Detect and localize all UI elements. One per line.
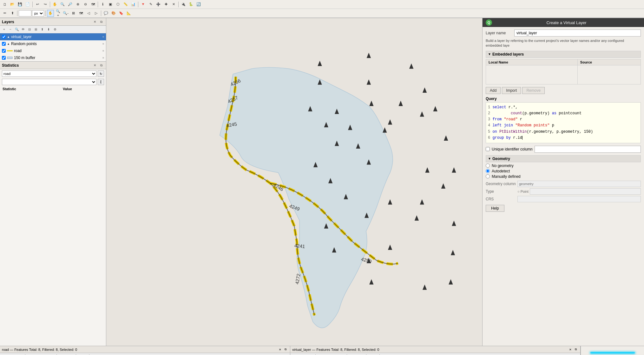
manually-defined-radio[interactable] <box>486 174 490 178</box>
draw-bookmark-btn[interactable]: 📐 <box>125 10 132 17</box>
remove-layer-btn[interactable]: − <box>8 27 13 32</box>
layer-visible-random[interactable] <box>2 42 6 46</box>
geometry-section-header[interactable]: ▼ Geometry <box>486 155 641 162</box>
crs-input[interactable] <box>517 196 641 202</box>
geometry-column-input[interactable] <box>517 181 641 187</box>
digitize-btn[interactable]: ✏ <box>1 10 8 17</box>
zoom-extent-btn[interactable]: 🗺 <box>77 10 84 17</box>
zoom-full-btn[interactable]: 🗺 <box>89 1 96 8</box>
add-layer-btn[interactable]: + <box>1 27 7 32</box>
pan-map-btn[interactable]: ✋ <box>47 10 54 17</box>
virtual-cut-btn[interactable]: ✂ <box>328 354 334 355</box>
virtual-select-all-btn[interactable]: ▣ <box>348 354 353 355</box>
toggle-visibility-btn[interactable]: 👁 <box>20 27 26 32</box>
virtual-zoom-btn[interactable]: 🎯 <box>380 354 386 355</box>
road-attr-close-btn[interactable]: ✕ <box>278 347 283 352</box>
measure-btn[interactable]: 📏 <box>122 1 129 8</box>
stats-close-btn[interactable]: ✕ <box>92 63 98 68</box>
plugins-btn[interactable]: 🔌 <box>180 1 187 8</box>
virtual-paste-btn[interactable]: 📌 <box>340 354 346 355</box>
zoom-prev-btn[interactable]: ◁ <box>85 10 92 17</box>
zoom-in-btn[interactable]: 🔍 <box>59 1 66 8</box>
road-zoom-btn[interactable]: 🎯 <box>90 354 96 355</box>
embedded-layers-header[interactable]: ▼ Embedded layers <box>486 51 641 58</box>
road-attr-float-btn[interactable]: ⧉ <box>283 347 288 352</box>
zoom-selection-btn[interactable]: ⊖ <box>82 1 89 8</box>
virtual-filter-btn[interactable]: 🔻 <box>367 354 373 355</box>
move-btn[interactable]: ⬆ <box>9 10 16 17</box>
delete-feature-btn[interactable]: ✕ <box>170 1 177 8</box>
import-btn[interactable]: Import <box>502 87 521 94</box>
add-feature-btn[interactable]: ➕ <box>155 1 162 8</box>
zoom-layer-map-btn[interactable]: ⊠ <box>70 10 77 17</box>
stats-field-select[interactable] <box>2 79 96 85</box>
map-tips-btn[interactable]: 💬 <box>102 10 109 17</box>
road-add-row-btn[interactable]: + <box>26 354 32 355</box>
road-refresh-btn[interactable]: 🔄 <box>19 354 24 355</box>
road-cut-btn[interactable]: ✂ <box>38 354 44 355</box>
zoom-layer-btn[interactable]: ⊕ <box>74 1 81 8</box>
virtual-invert-sel-btn[interactable]: ⬡ <box>354 354 359 355</box>
road-del-row-btn[interactable]: − <box>32 354 38 355</box>
layer-item-virtual[interactable]: ▲ virtual_layer ≡ <box>0 33 106 40</box>
layer-settings-btn[interactable]: ⚙ <box>52 27 58 32</box>
redo-btn[interactable]: ↪ <box>42 1 49 8</box>
zoom-next-btn[interactable]: ▷ <box>93 10 100 17</box>
spatial-bookmark-btn[interactable]: 🔖 <box>118 10 125 17</box>
layer-item-buffer[interactable]: 150 m buffer ≡ <box>0 54 106 61</box>
virtual-attr-close-btn[interactable]: ✕ <box>568 347 573 352</box>
layer-item-road[interactable]: road ≡ <box>0 47 106 54</box>
new-project-btn[interactable]: 🗋 <box>1 1 8 8</box>
virtual-refresh-btn[interactable]: 🔄 <box>309 354 315 355</box>
layer-toggle-virtual[interactable]: ≡ <box>102 35 104 38</box>
filter-layers-btn[interactable]: 🔍 <box>14 27 20 32</box>
attribute-table-btn[interactable]: 📊 <box>130 1 137 8</box>
add-embedded-btn[interactable]: Add <box>486 87 501 94</box>
zoom-in-map-btn[interactable]: 🔍+ <box>55 10 62 17</box>
stats-refresh-btn[interactable]: ↻ <box>98 70 104 77</box>
select-btn[interactable]: ▣ <box>107 1 114 8</box>
remove-btn[interactable]: Remove <box>522 87 545 94</box>
stats-float-btn[interactable]: ⧉ <box>98 63 104 68</box>
virtual-deselect-btn[interactable]: ✕ <box>360 354 365 355</box>
layer-name-input[interactable] <box>514 30 641 37</box>
virtual-attr-float-btn[interactable]: ⧉ <box>573 347 578 352</box>
edit-btn[interactable]: ✎ <box>147 1 154 8</box>
save-as-btn[interactable]: 📄 <box>24 1 31 8</box>
road-paste-btn[interactable]: 📌 <box>50 354 56 355</box>
road-edit-btn[interactable]: ✎ <box>1 354 6 355</box>
layers-close-btn[interactable]: ✕ <box>92 19 98 25</box>
layer-toggle-road[interactable]: ≡ <box>102 49 104 52</box>
zoom-out-btn[interactable]: 🔎 <box>67 1 74 8</box>
road-pan-btn[interactable]: ✋ <box>96 354 102 355</box>
virtual-search-btn[interactable]: 🔍 <box>373 354 379 355</box>
move-down-btn[interactable]: ⬇ <box>46 27 51 32</box>
move-feature-btn[interactable]: ✚ <box>162 1 169 8</box>
virtual-copy-btn[interactable]: 📋 <box>334 354 340 355</box>
road-filter-btn[interactable]: 🔻 <box>77 354 82 355</box>
virtual-rollback-btn[interactable]: ↩ <box>303 354 309 355</box>
identify-btn[interactable]: ℹ <box>99 1 106 8</box>
virtual-pan-btn[interactable]: ✋ <box>386 354 392 355</box>
virtual-add-row-btn[interactable]: + <box>316 354 322 355</box>
undo-btn[interactable]: ↩ <box>34 1 41 8</box>
autodetect-radio[interactable] <box>486 169 490 173</box>
refresh-btn[interactable]: 🔄 <box>195 1 202 8</box>
layer-toggle-buffer[interactable]: ≡ <box>102 56 104 59</box>
road-copy-btn[interactable]: 📋 <box>44 354 50 355</box>
road-search-btn[interactable]: 🔍 <box>83 354 89 355</box>
expand-all-btn[interactable]: ⊞ <box>33 27 39 32</box>
select-poly-btn[interactable]: ⬡ <box>115 1 122 8</box>
layers-float-btn[interactable]: ⧉ <box>98 19 104 25</box>
query-editor[interactable]: 1 select r.*, 2 count(p.geometry) as poi… <box>486 102 641 143</box>
collapse-all-btn[interactable]: ⊟ <box>27 27 32 32</box>
road-rollback-btn[interactable]: ↩ <box>13 354 18 355</box>
size-input[interactable]: 12 <box>19 10 31 17</box>
map-area[interactable]: 4256 4257 4245 4246 4249 4241 4272 4250 <box>106 18 482 346</box>
stats-compute-btn[interactable]: Σ <box>98 79 104 85</box>
layer-item-random[interactable]: ▲ Random points ≡ <box>0 40 106 47</box>
type-input[interactable] <box>530 188 641 195</box>
python-btn[interactable]: 🐍 <box>187 1 194 8</box>
unique-id-checkbox[interactable] <box>486 147 490 151</box>
virtual-edit-btn[interactable]: ✎ <box>291 354 297 355</box>
